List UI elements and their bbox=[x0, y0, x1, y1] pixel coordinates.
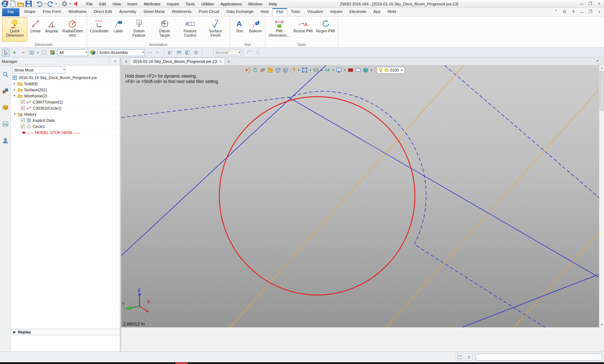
minimize-window-icon[interactable]: — bbox=[578, 0, 586, 7]
color-palette-icon[interactable] bbox=[267, 67, 274, 73]
tree-root-row[interactable]: 2016-01-16 Sky_Deck_Boom_Progress4 joe bbox=[11, 74, 120, 80]
datum-display-icon[interactable] bbox=[324, 67, 331, 73]
ribbon-tab-inquire[interactable]: Inquire bbox=[326, 8, 346, 16]
scope-filter-combo[interactable]: Entire Assembly ▾ bbox=[97, 49, 145, 56]
section-view-icon[interactable] bbox=[313, 67, 319, 73]
datum-line-2[interactable] bbox=[386, 84, 604, 327]
ribbon-tab-visualize[interactable]: Visualize bbox=[304, 8, 327, 16]
pmi-dimension-button[interactable]: PMI Dimension... bbox=[267, 17, 292, 42]
color-filter-icon[interactable] bbox=[49, 49, 56, 56]
new-tab-icon[interactable]: + bbox=[225, 58, 232, 65]
feature-checkbox[interactable]: ✓ bbox=[21, 118, 25, 122]
ribbon-tab-file[interactable]: File bbox=[2, 8, 19, 16]
layer-bulb-icon[interactable] bbox=[379, 68, 383, 73]
menu-file[interactable]: File bbox=[83, 0, 96, 8]
ribbon-tab-assembly[interactable]: Assembly bbox=[115, 8, 140, 16]
expand-collapsed-icon[interactable]: ▸ bbox=[13, 88, 16, 91]
save-icon[interactable] bbox=[25, 0, 32, 7]
close-window-icon[interactable]: × bbox=[595, 0, 603, 7]
visual-effects-caret-icon[interactable]: ▾ bbox=[297, 69, 300, 72]
restore-document-icon[interactable]: ❐ bbox=[587, 9, 594, 15]
list-filter-icon-2[interactable] bbox=[175, 49, 183, 56]
collapse-ribbon-icon[interactable]: ⌃ bbox=[552, 9, 560, 15]
datum-feature-button[interactable]: A Datum Feature bbox=[127, 17, 152, 42]
restore-window-icon[interactable]: ❐ bbox=[586, 0, 594, 7]
tree-row-explicit-data[interactable]: ✓ Explicit Data bbox=[11, 117, 120, 123]
list-filter-icon-1[interactable] bbox=[166, 49, 174, 56]
tree-row-curve-circle[interactable]: ✓ C39262(Circle1) bbox=[11, 105, 120, 111]
menu-applications[interactable]: Applications bbox=[217, 0, 245, 8]
view-orientation-cube-icon[interactable] bbox=[362, 67, 369, 73]
visual-effects-icon[interactable] bbox=[290, 67, 296, 73]
ribbon-tab-app[interactable]: App bbox=[370, 8, 384, 16]
scroll-up-icon[interactable]: ▴ bbox=[599, 65, 604, 70]
ribbon-tab-mold[interactable]: Mold bbox=[384, 8, 400, 16]
jump-arrow-icon[interactable] bbox=[245, 49, 253, 56]
menu-view[interactable]: View bbox=[109, 0, 124, 8]
align-horizontal-icon[interactable] bbox=[146, 49, 154, 56]
visibility-checkbox[interactable]: ✓ bbox=[21, 100, 25, 104]
fullscreen-display-icon[interactable] bbox=[336, 67, 342, 73]
background-red-swatch[interactable] bbox=[347, 67, 354, 73]
ribbon-tab-heal[interactable]: Heal bbox=[257, 8, 273, 16]
ribbon-tab-pmi[interactable]: PMI bbox=[272, 8, 287, 16]
close-tab-icon[interactable]: × bbox=[220, 59, 222, 64]
view-orientation-caret-icon[interactable]: ▾ bbox=[370, 69, 373, 72]
expand-expanded-icon[interactable]: ▾ bbox=[13, 112, 16, 116]
combo-caret-icon[interactable]: ▾ bbox=[63, 68, 65, 71]
previous-view-icon[interactable] bbox=[72, 0, 79, 7]
linear-dimension-button[interactable]: Linear bbox=[28, 17, 44, 42]
align-vertical-icon[interactable] bbox=[154, 49, 162, 56]
ribbon-tab-direct-edit[interactable]: Direct Edit bbox=[90, 8, 116, 16]
app-logo-icon[interactable] bbox=[1, 0, 9, 7]
assembly-manager-icon[interactable] bbox=[1, 87, 9, 95]
open-file-icon[interactable] bbox=[17, 0, 24, 7]
entity-filter-combo[interactable]: All ▾ bbox=[57, 49, 88, 56]
menu-inquire[interactable]: Inquire bbox=[164, 0, 182, 8]
zoom-window-icon[interactable] bbox=[301, 67, 308, 73]
construction-line-3[interactable] bbox=[462, 272, 604, 327]
menu-attributes[interactable]: Attributes bbox=[141, 0, 164, 8]
tree-row-model-stop[interactable]: ----- MODEL STOP HERE ----- bbox=[11, 129, 120, 135]
tree-filter-combo[interactable]: Show Most ▾ bbox=[12, 66, 66, 73]
layer-caret-icon[interactable]: ▾ bbox=[400, 69, 403, 72]
layer-color-icon[interactable] bbox=[384, 68, 389, 72]
balloon-button[interactable]: A Balloon bbox=[248, 17, 264, 42]
text-button[interactable]: A Text bbox=[232, 17, 247, 42]
combo-caret-icon[interactable]: ▾ bbox=[239, 51, 240, 54]
customize-dropdown-caret-icon[interactable]: ▾ bbox=[69, 2, 72, 5]
render-image-icon[interactable] bbox=[1, 120, 9, 128]
customize-gear-icon[interactable] bbox=[61, 0, 68, 7]
ribbon-tab-electrode[interactable]: Electrode bbox=[346, 8, 370, 16]
probe-icon[interactable] bbox=[254, 49, 262, 56]
visibility-checkbox[interactable]: ✓ bbox=[21, 106, 25, 110]
surface-finish-button[interactable]: Surface Finish bbox=[203, 17, 228, 42]
tree-row-history[interactable]: ▾ History bbox=[11, 111, 120, 117]
construction-line-2[interactable] bbox=[289, 98, 604, 280]
style-combo[interactable]: Normal ▾ bbox=[213, 49, 241, 56]
ribbon-tab-point-cloud[interactable]: Point Cloud bbox=[195, 8, 223, 16]
status-list-icon[interactable] bbox=[465, 354, 472, 360]
selection-table-caret-icon[interactable]: ▾ bbox=[36, 51, 39, 54]
remove-selection-icon[interactable]: − bbox=[19, 49, 27, 56]
tree-row-curve-import[interactable]: ✓ C38977(Import1) bbox=[11, 99, 120, 105]
combo-caret-icon[interactable]: ▾ bbox=[142, 51, 144, 54]
ribbon-tab-shape[interactable]: Shape bbox=[20, 8, 39, 16]
tree-row-surface[interactable]: ▸ Surface(261) bbox=[11, 87, 120, 93]
menu-insert[interactable]: Insert bbox=[124, 0, 141, 8]
redraw-icon[interactable] bbox=[252, 67, 258, 73]
menu-help[interactable]: Help bbox=[266, 0, 280, 8]
datum-target-button[interactable]: Datum Target bbox=[152, 17, 177, 42]
list-filter-icon-3[interactable] bbox=[183, 49, 191, 56]
session-plus-icon[interactable]: + bbox=[123, 58, 130, 65]
expand-expanded-icon[interactable]: ▾ bbox=[13, 94, 16, 97]
manager-float-icon[interactable]: ▫ bbox=[106, 59, 112, 64]
datum-display-caret-icon[interactable]: ▾ bbox=[332, 69, 335, 72]
selection-table-icon[interactable] bbox=[28, 49, 36, 56]
redo-dropdown-caret-icon[interactable]: ▾ bbox=[55, 2, 58, 5]
select-arrow-icon[interactable] bbox=[2, 49, 10, 56]
settings-gear-icon[interactable] bbox=[561, 9, 568, 15]
ribbon-tab-sheet-metal[interactable]: Sheet Metal bbox=[140, 8, 168, 16]
label-button[interactable]: Label bbox=[110, 17, 126, 42]
minimize-document-icon[interactable]: — bbox=[578, 9, 586, 15]
